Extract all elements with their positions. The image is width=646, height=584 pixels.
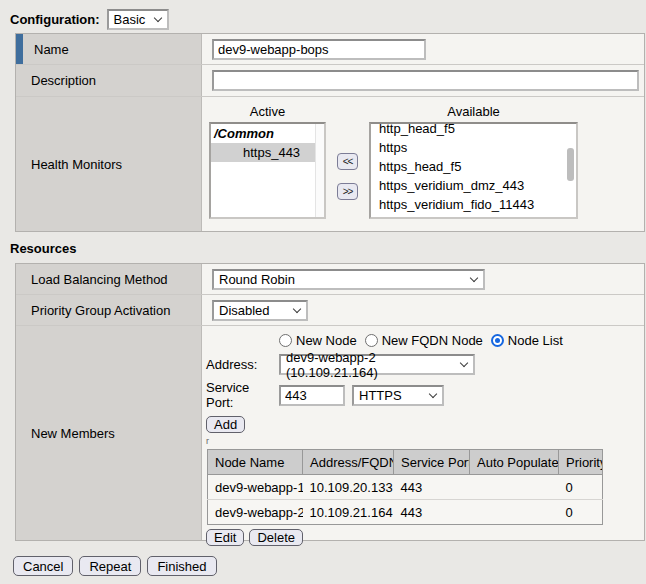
health-monitors-field-cell: Active Available /Common https_443 << >> — [202, 97, 644, 231]
radio-node-list-label: Node List — [508, 333, 563, 348]
priority-group-select-value: Disabled — [219, 303, 270, 318]
priority-group-field-cell: Disabled — [202, 295, 644, 325]
load-balancing-label: Load Balancing Method — [31, 272, 168, 287]
load-balancing-row: Load Balancing Method Round Robin — [16, 264, 644, 295]
active-list-header: Active — [209, 104, 326, 122]
col-header-address-fqdn: Address/FQDN — [303, 450, 394, 475]
priority-group-label-cell: Priority Group Activation — [16, 295, 202, 325]
service-port-input[interactable] — [279, 385, 345, 406]
priority-group-row: Priority Group Activation Disabled — [16, 295, 644, 326]
list-item-common-partition[interactable]: /Common — [211, 124, 324, 143]
cell-node-name: dev9-webapp-2 — [208, 500, 303, 525]
configuration-select[interactable]: Basic — [107, 9, 169, 30]
configuration-select-value: Basic — [114, 12, 146, 27]
resources-table: Load Balancing Method Round Robin Priori… — [15, 263, 645, 541]
cell-auto-populate — [470, 500, 559, 525]
name-row: Name — [16, 34, 644, 65]
list-item[interactable]: https_veridium_dmz_443 — [371, 176, 576, 195]
col-header-priority: Priority — [559, 450, 603, 475]
cell-service-port: 443 — [394, 500, 470, 525]
available-list-header: Available — [369, 104, 578, 122]
list-item[interactable]: https_veridium_idp_9044 — [371, 214, 576, 219]
node-type-radio-group: New Node New FQDN Node Node List — [279, 333, 644, 348]
new-members-label-cell: New Members — [16, 326, 202, 540]
chevron-down-icon — [429, 389, 437, 397]
radio-new-node-label: New Node — [296, 333, 357, 348]
new-members-table: Node Name Address/FQDN Service Port Auto… — [207, 449, 603, 525]
address-select-value: dev9-webapp-2 (10.109.21.164) — [286, 350, 455, 380]
priority-group-label: Priority Group Activation — [31, 303, 170, 318]
list-item[interactable]: https_head_f5 — [371, 157, 576, 176]
description-label-cell: Description — [16, 65, 202, 96]
description-field-cell — [202, 65, 644, 96]
chevron-down-icon — [153, 13, 161, 21]
chevron-down-icon — [293, 304, 301, 312]
new-members-row: New Members New Node New FQDN Node Node … — [16, 326, 644, 540]
name-label: Name — [34, 42, 69, 57]
col-header-service-port: Service Port — [394, 450, 470, 475]
add-button[interactable]: Add — [206, 416, 245, 433]
repeat-button[interactable]: Repeat — [79, 556, 141, 576]
radio-new-fqdn-node[interactable] — [365, 334, 378, 347]
load-balancing-field-cell: Round Robin — [202, 264, 644, 294]
load-balancing-select-value: Round Robin — [219, 272, 295, 287]
health-monitors-row: Health Monitors Active Available /Common… — [16, 97, 644, 231]
available-monitors-listbox[interactable]: http_head_f5 https https_head_f5 https_v… — [369, 122, 578, 219]
active-monitors-listbox[interactable]: /Common https_443 — [209, 122, 326, 219]
cell-address: 10.109.21.164 — [303, 500, 394, 525]
required-indicator — [16, 34, 23, 64]
list-item[interactable]: http_head_f5 — [371, 122, 576, 138]
list-item[interactable]: https — [371, 138, 576, 157]
col-header-node-name: Node Name — [208, 450, 303, 475]
description-input[interactable] — [212, 70, 639, 91]
service-select[interactable]: HTTPS — [352, 385, 444, 406]
list-item-https-443-selected[interactable]: https_443 — [211, 143, 315, 162]
general-properties-table: Name Description Health Monitors Active … — [15, 33, 645, 232]
move-to-available-button[interactable]: >> — [337, 183, 358, 200]
chevron-down-icon — [470, 273, 478, 281]
configuration-bar: Configuration: Basic — [10, 9, 646, 29]
name-input[interactable] — [212, 39, 426, 60]
edit-button[interactable]: Edit — [206, 529, 244, 546]
footer-button-bar: Cancel Repeat Finished — [13, 556, 646, 576]
load-balancing-select[interactable]: Round Robin — [212, 269, 485, 290]
load-balancing-label-cell: Load Balancing Method — [16, 264, 202, 294]
delete-button[interactable]: Delete — [249, 529, 303, 546]
name-field-cell — [202, 34, 644, 64]
address-select[interactable]: dev9-webapp-2 (10.109.21.164) — [279, 354, 475, 375]
radio-new-node[interactable] — [279, 334, 292, 347]
new-members-field-cell: New Node New FQDN Node Node List Address… — [202, 326, 644, 540]
list-item[interactable]: https_veridium_fido_11443 — [371, 195, 576, 214]
description-label: Description — [31, 73, 96, 88]
cell-auto-populate — [470, 475, 559, 500]
priority-group-select[interactable]: Disabled — [212, 300, 308, 321]
cancel-button[interactable]: Cancel — [13, 556, 73, 576]
service-select-value: HTTPS — [359, 388, 402, 403]
table-row[interactable]: dev9-webapp-2 10.109.21.164 443 0 — [208, 500, 603, 525]
finished-button[interactable]: Finished — [147, 556, 216, 576]
resources-section-title: Resources — [10, 241, 646, 257]
name-label-cell: Name — [16, 34, 202, 64]
cell-priority: 0 — [559, 500, 603, 525]
active-list-scrollbar[interactable] — [315, 124, 324, 217]
health-monitors-label-cell: Health Monitors — [16, 97, 202, 231]
cell-priority: 0 — [559, 475, 603, 500]
move-to-active-button[interactable]: << — [337, 153, 358, 170]
new-members-table-header-row: Node Name Address/FQDN Service Port Auto… — [208, 450, 603, 475]
radio-node-list[interactable] — [491, 334, 504, 347]
stray-artifact-text: r — [206, 437, 644, 447]
configuration-label: Configuration: — [10, 12, 100, 27]
cell-node-name: dev9-webapp-1 — [208, 475, 303, 500]
cell-service-port: 443 — [394, 475, 470, 500]
service-port-label: Service Port: — [206, 380, 279, 410]
cell-address: 10.109.20.133 — [303, 475, 394, 500]
health-monitors-label: Health Monitors — [31, 157, 122, 172]
table-row[interactable]: dev9-webapp-1 10.109.20.133 443 0 — [208, 475, 603, 500]
radio-new-fqdn-node-label: New FQDN Node — [382, 333, 483, 348]
description-row: Description — [16, 65, 644, 97]
chevron-down-icon — [460, 359, 468, 367]
address-label: Address: — [206, 357, 279, 372]
available-list-scrollbar-thumb[interactable] — [567, 148, 574, 181]
new-members-label: New Members — [31, 426, 115, 441]
col-header-auto-populate: Auto Populate — [470, 450, 559, 475]
